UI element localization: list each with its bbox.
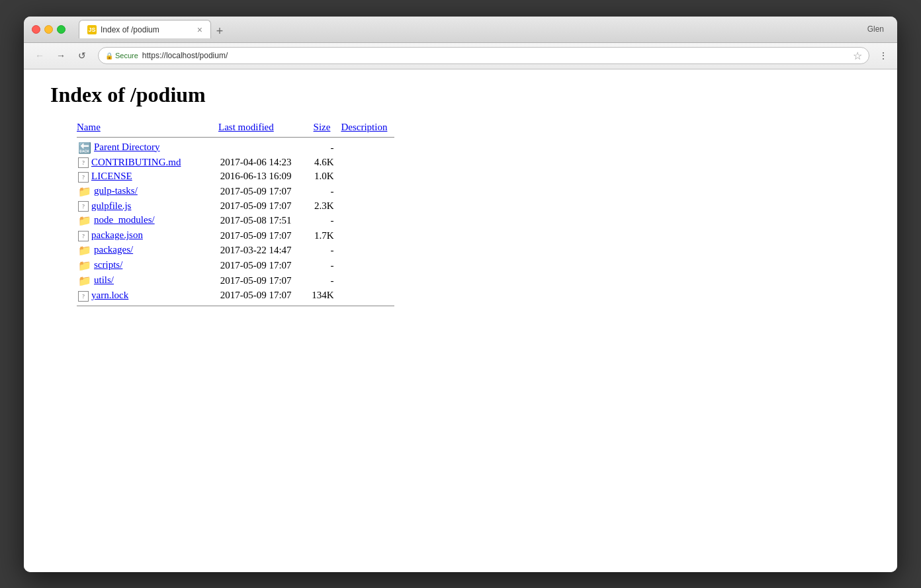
file-link[interactable]: yarn.lock [91, 290, 128, 300]
file-size-cell: - [304, 213, 339, 228]
back-button[interactable]: ← [30, 46, 49, 65]
file-link[interactable]: utils/ [94, 274, 114, 285]
table-row: ?yarn.lock2017-05-09 17:07134K [77, 288, 394, 303]
table-row: ?LICENSE2016-06-13 16:091.0K [77, 169, 394, 184]
file-icon: ? [78, 157, 89, 168]
table-row: 📁node_modules/2017-05-08 17:51- [77, 213, 394, 228]
traffic-lights [32, 25, 66, 34]
file-desc-cell [339, 199, 395, 214]
nav-bar: ← → ↺ 🔒 Secure https://localhost/podium/… [24, 43, 897, 69]
file-desc-cell [339, 258, 395, 273]
table-row: 📁utils/2017-05-09 17:07- [77, 273, 394, 288]
file-date-cell: 2017-04-06 14:23 [215, 155, 305, 170]
file-size-cell: - [304, 140, 339, 155]
file-size-cell: - [304, 243, 339, 258]
file-link[interactable]: package.json [91, 230, 143, 240]
header-separator [77, 137, 394, 138]
file-date-cell: 2017-05-09 17:07 [215, 228, 305, 243]
file-link[interactable]: gulpfile.js [91, 200, 131, 211]
file-desc-cell [339, 228, 395, 243]
file-name-cell: ?gulpfile.js [77, 199, 215, 214]
file-date-cell: 2017-05-09 17:07 [215, 288, 305, 303]
parent-dir-icon: 🔙 [78, 142, 91, 153]
file-desc-cell [339, 288, 395, 303]
tab-title: Index of /podium [101, 25, 193, 34]
tab-close-button[interactable]: × [197, 25, 202, 34]
page-content: Index of /podium Name Last modified Size [24, 69, 897, 572]
active-tab[interactable]: JS Index of /podium × [79, 20, 211, 38]
secure-label: Secure [115, 52, 138, 60]
file-name-cell: 📁gulp-tasks/ [77, 184, 215, 199]
header-last-modified[interactable]: Last modified [213, 120, 302, 134]
file-icon: ? [78, 172, 89, 183]
browser-menu-button[interactable]: ⋮ [876, 49, 891, 62]
file-date-cell: 2017-05-09 17:07 [215, 199, 305, 214]
file-link[interactable]: Parent Directory [94, 142, 160, 152]
header-name[interactable]: Name [77, 120, 213, 134]
tab-bar: JS Index of /podium × + [79, 20, 862, 38]
page-title: Index of /podium [50, 83, 871, 107]
file-link[interactable]: LICENSE [91, 171, 132, 181]
file-date-cell: 2017-05-08 17:51 [215, 213, 305, 228]
file-desc-cell [339, 243, 395, 258]
minimize-button[interactable] [44, 25, 53, 34]
file-name-cell: 🔙Parent Directory [77, 140, 215, 155]
file-link[interactable]: CONTRIBUTING.md [91, 157, 181, 167]
file-icon: ? [78, 231, 89, 241]
lock-icon: 🔒 [105, 52, 113, 60]
maximize-button[interactable] [57, 25, 66, 34]
file-link[interactable]: gulp-tasks/ [94, 185, 138, 196]
file-link[interactable]: scripts/ [94, 259, 122, 270]
file-date-cell: 2017-05-09 17:07 [215, 273, 305, 288]
file-date-cell [215, 140, 305, 155]
file-icon: ? [78, 291, 89, 302]
file-size-cell: - [304, 258, 339, 273]
file-date-cell: 2017-03-22 14:47 [215, 243, 305, 258]
file-desc-cell [339, 213, 395, 228]
file-desc-cell [339, 273, 395, 288]
folder-icon: 📁 [78, 260, 91, 271]
file-name-cell: ?package.json [77, 228, 215, 243]
file-name-cell: ?yarn.lock [77, 288, 215, 303]
table-row: 🔙Parent Directory- [77, 140, 394, 155]
file-name-cell: ?CONTRIBUTING.md [77, 155, 215, 170]
file-name-cell: 📁packages/ [77, 243, 215, 258]
file-desc-cell [339, 184, 395, 199]
forward-button[interactable]: → [52, 46, 70, 65]
title-bar: JS Index of /podium × + Glen [24, 17, 897, 43]
file-size-cell: 1.0K [304, 169, 339, 184]
table-row: 📁scripts/2017-05-09 17:07- [77, 258, 394, 273]
file-size-cell: - [304, 184, 339, 199]
secure-badge: 🔒 Secure [105, 52, 138, 60]
file-name-cell: 📁scripts/ [77, 258, 215, 273]
file-desc-cell [339, 140, 395, 155]
file-list-table: 🔙Parent Directory-?CONTRIBUTING.md2017-0… [77, 140, 394, 303]
new-tab-button[interactable]: + [211, 24, 228, 38]
header-size[interactable]: Size [302, 120, 336, 134]
file-size-cell: 134K [304, 288, 339, 303]
table-row: ?gulpfile.js2017-05-09 17:072.3K [77, 199, 394, 214]
close-button[interactable] [32, 25, 40, 34]
folder-icon: 📁 [78, 215, 91, 226]
file-size-cell: 2.3K [304, 199, 339, 214]
address-bar[interactable]: 🔒 Secure https://localhost/podium/ ☆ [98, 47, 869, 64]
table-row: ?CONTRIBUTING.md2017-04-06 14:234.6K [77, 155, 394, 170]
header-description[interactable]: Description [335, 120, 394, 134]
browser-window: JS Index of /podium × + Glen ← → ↺ 🔒 Sec… [24, 17, 897, 572]
directory-table: Name Last modified Size Description [77, 120, 394, 134]
folder-icon: 📁 [78, 275, 91, 286]
folder-icon: 📁 [78, 245, 91, 256]
reload-button[interactable]: ↺ [73, 46, 91, 65]
file-name-cell: ?LICENSE [77, 169, 215, 184]
file-link[interactable]: packages/ [94, 244, 133, 255]
folder-icon: 📁 [78, 186, 91, 197]
user-name: Glen [867, 24, 889, 34]
file-date-cell: 2017-05-09 17:07 [215, 258, 305, 273]
footer-separator [77, 306, 394, 306]
table-header-row: Name Last modified Size Description [77, 120, 394, 134]
table-row: 📁gulp-tasks/2017-05-09 17:07- [77, 184, 394, 199]
url-display[interactable]: https://localhost/podium/ [142, 51, 849, 60]
bookmark-button[interactable]: ☆ [853, 50, 862, 62]
file-link[interactable]: node_modules/ [94, 214, 155, 225]
tab-favicon: JS [87, 25, 97, 34]
